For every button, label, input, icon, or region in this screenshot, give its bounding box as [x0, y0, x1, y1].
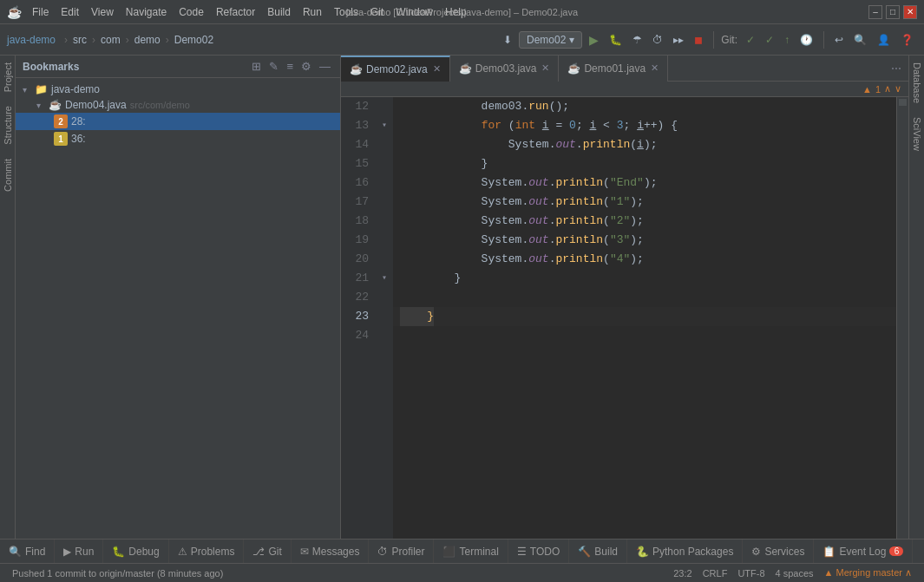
- bottom-build-button[interactable]: 🔨 Build: [569, 539, 627, 564]
- tree-root[interactable]: ▾ 📁 java-demo: [16, 82, 340, 97]
- menu-navigate[interactable]: Navigate: [121, 4, 172, 20]
- debug-icon: 🐛: [112, 546, 125, 558]
- breadcrumb-sep-3: ›: [126, 34, 129, 46]
- project-icon: 📁: [35, 83, 48, 95]
- code-line-16: System.out.println("End");: [393, 173, 896, 193]
- bookmarks-filter-button[interactable]: ⚙: [298, 59, 314, 74]
- git-push-button[interactable]: ↑: [781, 32, 793, 48]
- debug-button[interactable]: 🐛: [606, 32, 626, 48]
- menu-view[interactable]: View: [86, 4, 119, 20]
- tab-demo01-label: Demo01.java: [584, 62, 645, 75]
- menu-run[interactable]: Run: [298, 4, 327, 20]
- bottom-python-packages-button[interactable]: 🐍 Python Packages: [627, 539, 743, 564]
- breadcrumb-demo[interactable]: demo: [134, 34, 161, 46]
- code-21-brace: }: [400, 269, 461, 288]
- fold-13-icon[interactable]: ▾: [382, 116, 387, 135]
- profile-button[interactable]: ⏱: [649, 32, 666, 48]
- git-update-button[interactable]: ✓: [762, 32, 777, 48]
- menu-code[interactable]: Code: [174, 4, 209, 20]
- bookmarks-add-button[interactable]: ⊞: [249, 59, 264, 74]
- tree-bookmark-28[interactable]: 2 28:: [16, 113, 340, 130]
- bottom-problems-button[interactable]: ⚠ Problems: [169, 539, 245, 564]
- right-scrollbar[interactable]: [896, 97, 908, 539]
- bottom-services-button[interactable]: ⚙ Services: [743, 539, 814, 564]
- sidebar-item-commit[interactable]: Commit: [1, 152, 15, 199]
- event-log-badge: 6: [889, 546, 903, 556]
- tree-demo04[interactable]: ▾ ☕ Demo04.java src/com/demo: [16, 97, 340, 113]
- bottom-run-button[interactable]: ▶ Run: [55, 539, 103, 564]
- tab-demo02-close[interactable]: ✕: [433, 63, 441, 75]
- search-everywhere-button[interactable]: 🔍: [850, 32, 870, 48]
- stop-button[interactable]: ◼: [691, 32, 706, 48]
- warning-nav-down[interactable]: ∨: [895, 83, 901, 95]
- help-button[interactable]: ❓: [897, 32, 917, 48]
- code-20-p2: );: [630, 250, 644, 269]
- sidebar-item-database[interactable]: Database: [910, 56, 924, 110]
- settings-button[interactable]: 👤: [874, 32, 894, 48]
- git-history-button[interactable]: 🕐: [796, 32, 816, 48]
- problems-icon: ⚠: [178, 546, 187, 558]
- warning-nav-up[interactable]: ∧: [884, 83, 891, 95]
- code-17-sp: System.: [400, 193, 528, 212]
- sidebar-item-structure[interactable]: Structure: [1, 99, 15, 152]
- sidebar-item-project[interactable]: Project: [1, 56, 15, 99]
- breadcrumb-src[interactable]: src: [73, 34, 87, 46]
- scroll-thumb[interactable]: [899, 99, 907, 106]
- tab-demo02[interactable]: ☕ Demo02.java ✕: [341, 56, 450, 82]
- menu-refactor[interactable]: Refactor: [211, 4, 260, 20]
- vcs-update-button[interactable]: ⬇: [500, 32, 515, 48]
- status-warning[interactable]: ▲ Merging master ∧: [819, 567, 917, 579]
- run-button[interactable]: ▶: [586, 31, 602, 49]
- breadcrumb-com[interactable]: com: [101, 34, 121, 46]
- coverage-button[interactable]: ☂: [629, 32, 645, 48]
- bottom-debug-button[interactable]: 🐛 Debug: [103, 539, 168, 564]
- menu-file[interactable]: File: [27, 4, 54, 20]
- bottom-terminal-button[interactable]: ⬛ Terminal: [434, 539, 508, 564]
- bottom-todo-button[interactable]: ☰ TODO: [508, 539, 569, 564]
- bottom-messages-button[interactable]: ✉ Messages: [292, 539, 370, 564]
- tab-demo03-close[interactable]: ✕: [541, 62, 549, 74]
- terminal-icon: ⬛: [442, 546, 455, 558]
- status-cursor[interactable]: 23:2: [668, 568, 697, 579]
- sidebar-item-sciview[interactable]: SciView: [910, 110, 924, 158]
- line-num-17: 17: [344, 193, 369, 212]
- tab-demo01[interactable]: ☕ Demo01.java ✕: [559, 56, 668, 82]
- bottom-event-log-button[interactable]: 📋 Event Log 6: [814, 539, 913, 564]
- bottom-git-button[interactable]: ⎇ Git: [244, 539, 291, 564]
- code-16-println: println: [555, 173, 603, 193]
- title-bar-controls: – □ ✕: [868, 5, 917, 19]
- menu-build[interactable]: Build: [262, 4, 296, 20]
- status-git-message[interactable]: Pushed 1 commit to origin/master (8 minu…: [7, 568, 228, 579]
- code-18-p1: (: [603, 212, 610, 231]
- more-run-button[interactable]: ▸▸: [670, 32, 687, 48]
- fold-21-icon[interactable]: ▾: [382, 269, 387, 288]
- maximize-button[interactable]: □: [886, 5, 900, 19]
- git-commit-button[interactable]: ✓: [743, 32, 758, 48]
- status-line-ending[interactable]: CRLF: [698, 568, 733, 579]
- menu-edit[interactable]: Edit: [56, 4, 84, 20]
- status-encoding[interactable]: UTF-8: [732, 568, 770, 579]
- tab-demo01-icon: ☕: [567, 62, 580, 75]
- line-num-12: 12: [344, 97, 369, 116]
- editor-tabs: ☕ Demo02.java ✕ ☕ Demo03.java ✕ ☕ Demo01…: [341, 56, 908, 82]
- bookmarks-sort-button[interactable]: ≡: [284, 59, 296, 74]
- run-config-dropdown[interactable]: Demo02 ▾: [519, 31, 582, 49]
- close-button[interactable]: ✕: [903, 5, 917, 19]
- tree-bookmark-36[interactable]: 1 36:: [16, 130, 340, 147]
- minimize-button[interactable]: –: [868, 5, 882, 19]
- bottom-profiler-button[interactable]: ⏱ Profiler: [369, 539, 434, 564]
- tabs-overflow-button[interactable]: ⋯: [884, 62, 908, 75]
- code-editor: 12 13 14 15 16 17 18 19 20 21 22 23 24 ▾: [341, 97, 908, 539]
- bottom-find-button[interactable]: 🔍 Find: [0, 539, 55, 564]
- editor-area: ☕ Demo02.java ✕ ☕ Demo03.java ✕ ☕ Demo01…: [341, 56, 908, 539]
- code-content[interactable]: demo03.run(); for (int i = 0; i < 3; i++…: [393, 97, 896, 539]
- tab-demo03[interactable]: ☕ Demo03.java ✕: [450, 56, 560, 82]
- tab-demo01-close[interactable]: ✕: [651, 62, 659, 74]
- bookmarks-edit-button[interactable]: ✎: [266, 59, 281, 74]
- undo-button[interactable]: ↩: [831, 32, 847, 48]
- status-indent[interactable]: 4 spaces: [770, 568, 819, 579]
- code-17-out: out: [528, 193, 548, 212]
- breadcrumb-demo02[interactable]: Demo02: [174, 34, 213, 46]
- tab-demo02-icon: ☕: [350, 63, 363, 75]
- bookmarks-minimize-button[interactable]: —: [317, 59, 333, 74]
